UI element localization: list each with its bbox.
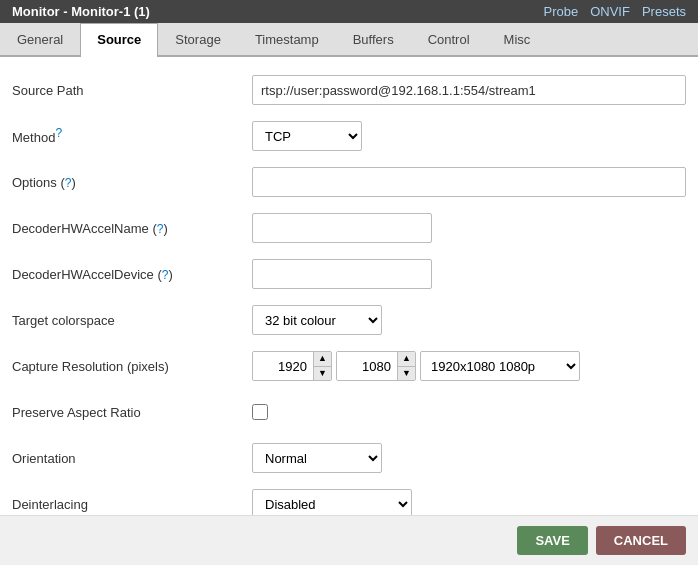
save-button[interactable]: SAVE xyxy=(517,526,587,555)
preserve-aspect-ratio-label: Preserve Aspect Ratio xyxy=(12,405,252,420)
decoder-hw-accel-name-label: DecoderHWAccelName (?) xyxy=(12,221,252,236)
target-colorspace-row: Target colorspace 32 bit colour 24 bit c… xyxy=(12,303,686,337)
capture-width-input[interactable] xyxy=(253,352,313,380)
orientation-label: Orientation xyxy=(12,451,252,466)
tab-control[interactable]: Control xyxy=(411,23,487,55)
top-bar: Monitor - Monitor-1 (1) Probe ONVIF Pres… xyxy=(0,0,698,23)
resolution-controls: ▲ ▼ ▲ ▼ 1920x1080 1080p 1280x720 720p 64… xyxy=(252,351,686,381)
target-colorspace-label: Target colorspace xyxy=(12,313,252,328)
orientation-row: Orientation Normal Rotate 90 Rotate 180 … xyxy=(12,441,686,475)
method-select[interactable]: TCP UDP RTSP HTTP xyxy=(252,121,362,151)
capture-width-down-btn[interactable]: ▼ xyxy=(313,367,331,381)
capture-width-buttons: ▲ ▼ xyxy=(313,352,331,380)
decoder-hw-accel-device-input[interactable] xyxy=(252,259,432,289)
top-bar-links: Probe ONVIF Presets xyxy=(543,4,686,19)
tab-misc[interactable]: Misc xyxy=(487,23,548,55)
options-input[interactable] xyxy=(252,167,686,197)
tab-source[interactable]: Source xyxy=(80,23,158,57)
capture-resolution-row: Capture Resolution (pixels) ▲ ▼ ▲ ▼ 1920… xyxy=(12,349,686,383)
capture-width-up-btn[interactable]: ▲ xyxy=(313,352,331,367)
options-row: Options (?) xyxy=(12,165,686,199)
preserve-aspect-ratio-row: Preserve Aspect Ratio xyxy=(12,395,686,429)
method-help-link[interactable]: ? xyxy=(55,126,62,140)
decoder-hw-accel-name-row: DecoderHWAccelName (?) xyxy=(12,211,686,245)
capture-resolution-label: Capture Resolution (pixels) xyxy=(12,359,252,374)
tab-storage[interactable]: Storage xyxy=(158,23,238,55)
decoder-hw-accel-name-help-link[interactable]: ? xyxy=(157,222,164,236)
monitor-header-title: Monitor - Monitor-1 (1) xyxy=(12,4,150,19)
preserve-aspect-ratio-checkbox[interactable] xyxy=(252,404,268,420)
cancel-button[interactable]: CANCEL xyxy=(596,526,686,555)
tab-bar: General Source Storage Timestamp Buffers… xyxy=(0,23,698,57)
tab-timestamp[interactable]: Timestamp xyxy=(238,23,336,55)
presets-link[interactable]: Presets xyxy=(642,4,686,19)
deinterlacing-label: Deinterlacing xyxy=(12,497,252,512)
method-row: Method? TCP UDP RTSP HTTP xyxy=(12,119,686,153)
capture-height-buttons: ▲ ▼ xyxy=(397,352,415,380)
onvif-link[interactable]: ONVIF xyxy=(590,4,630,19)
probe-link[interactable]: Probe xyxy=(543,4,578,19)
method-label: Method? xyxy=(12,126,252,145)
capture-height-down-btn[interactable]: ▼ xyxy=(397,367,415,381)
capture-height-spinner: ▲ ▼ xyxy=(336,351,416,381)
tab-buffers[interactable]: Buffers xyxy=(336,23,411,55)
source-path-row: Source Path xyxy=(12,73,686,107)
source-path-input[interactable] xyxy=(252,75,686,105)
capture-preset-select[interactable]: 1920x1080 1080p 1280x720 720p 640x480 VG… xyxy=(420,351,580,381)
decoder-hw-accel-device-row: DecoderHWAccelDevice (?) xyxy=(12,257,686,291)
form-area: Source Path Method? TCP UDP RTSP HTTP Op… xyxy=(0,57,698,549)
tab-general[interactable]: General xyxy=(0,23,80,55)
options-help-link[interactable]: ? xyxy=(65,176,72,190)
source-path-label: Source Path xyxy=(12,83,252,98)
decoder-hw-accel-name-input[interactable] xyxy=(252,213,432,243)
target-colorspace-select[interactable]: 32 bit colour 24 bit colour 8 bit grey xyxy=(252,305,382,335)
decoder-hw-accel-device-help-link[interactable]: ? xyxy=(162,268,169,282)
capture-height-input[interactable] xyxy=(337,352,397,380)
capture-height-up-btn[interactable]: ▲ xyxy=(397,352,415,367)
options-label: Options (?) xyxy=(12,175,252,190)
orientation-select[interactable]: Normal Rotate 90 Rotate 180 Rotate 270 F… xyxy=(252,443,382,473)
capture-width-spinner: ▲ ▼ xyxy=(252,351,332,381)
footer: SAVE CANCEL xyxy=(0,515,698,565)
decoder-hw-accel-device-label: DecoderHWAccelDevice (?) xyxy=(12,267,252,282)
